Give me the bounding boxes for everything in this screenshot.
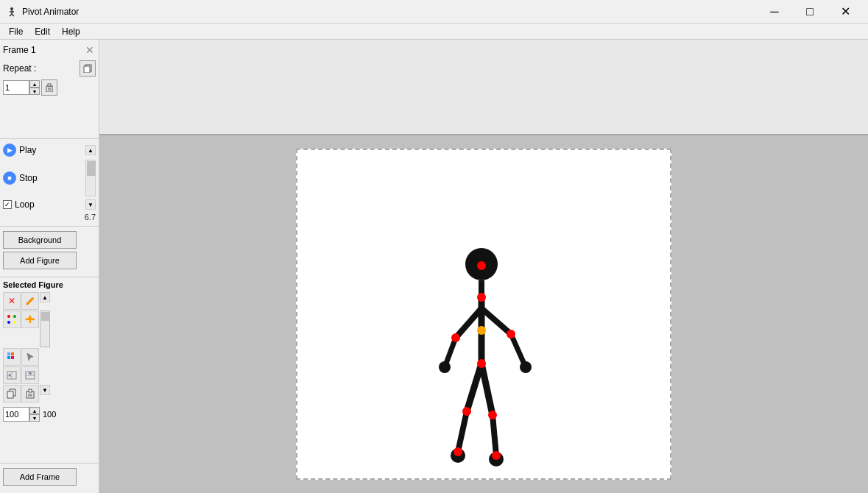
pointer-icon [25, 352, 35, 362]
stickman-left-hand [439, 361, 451, 373]
tools-row-4 [3, 366, 96, 384]
svg-marker-25 [28, 372, 32, 375]
grid-button[interactable] [3, 348, 21, 366]
svg-rect-27 [7, 391, 13, 398]
animation-canvas [296, 149, 671, 480]
size-display: 100 [43, 410, 56, 419]
joint-left-elbow [451, 333, 460, 342]
paste-fig-icon [25, 389, 35, 399]
stickman-right-arm-upper [481, 308, 511, 334]
stickman-left-leg-lower [458, 411, 467, 452]
add-nodes-icon [7, 314, 17, 324]
controls-section: ▶ Play ▲ ■ Stop ✓ Loop [0, 139, 99, 227]
move-icon [25, 314, 35, 324]
loop-checkbox[interactable]: ✓ [3, 200, 12, 209]
stickman-right-leg-upper [481, 363, 493, 415]
grid-icon [7, 352, 17, 362]
menu-help[interactable]: Help [56, 25, 86, 38]
flip-v-button[interactable] [21, 366, 39, 384]
svg-rect-17 [11, 352, 14, 355]
stickman-svg [297, 150, 673, 481]
repeat-spinbox: ▲ ▼ [3, 79, 96, 96]
filmstrip [99, 40, 868, 135]
svg-rect-18 [7, 356, 10, 359]
canvas-area[interactable] [99, 135, 868, 493]
size-spin-up[interactable]: ▲ [29, 407, 40, 414]
joint-shoulder [477, 293, 486, 302]
app-icon [6, 6, 18, 18]
frame-item: Frame 1 ✕ [3, 43, 96, 57]
add-nodes-button[interactable] [3, 311, 21, 328]
svg-point-0 [10, 7, 13, 10]
size-spin-down[interactable]: ▼ [29, 414, 40, 422]
add-frame-section: Add Frame [0, 463, 99, 493]
frames-section: Frame 1 ✕ Repeat : ▲ ▼ [0, 40, 99, 139]
add-figure-button[interactable]: Add Figure [3, 252, 77, 269]
tools-scrollbar: ▲ [40, 292, 50, 310]
tools-vscroll[interactable] [40, 311, 50, 347]
right-panel [99, 40, 868, 493]
fps-row: 6.7 [3, 213, 96, 221]
scroll-up-button[interactable]: ▲ [85, 145, 96, 155]
pointer-button[interactable] [21, 348, 39, 366]
delete-figure-button[interactable]: ✕ [3, 292, 21, 310]
joint-head [477, 261, 486, 270]
size-row: ▲ ▼ 100 [3, 407, 96, 422]
left-panel: Frame 1 ✕ Repeat : ▲ ▼ [0, 40, 99, 493]
frame-close-icon[interactable]: ✕ [84, 44, 96, 56]
selected-figure-label: Selected Figure [3, 280, 96, 289]
flip-h-icon [7, 370, 17, 380]
spin-down-button[interactable]: ▼ [29, 88, 40, 95]
speed-thumb [87, 161, 96, 176]
move-button[interactable] [21, 311, 39, 328]
loop-container: ✓ Loop [3, 199, 35, 210]
copy-figure-button[interactable] [3, 385, 21, 402]
speed-scrollbar[interactable] [85, 160, 96, 196]
play-icon: ▶ [3, 143, 16, 157]
scroll-down-button[interactable]: ▼ [85, 199, 96, 210]
scroll-spacer: ▼ [40, 385, 50, 402]
maximize-button[interactable]: □ [793, 0, 827, 24]
svg-point-11 [7, 315, 10, 318]
flip-v-icon [25, 370, 35, 380]
spin-buttons: ▲ ▼ [29, 80, 40, 95]
repeat-row: Repeat : [3, 60, 96, 77]
svg-line-4 [12, 14, 14, 16]
joint-left-knee [462, 407, 471, 416]
close-button[interactable]: ✕ [828, 0, 862, 24]
joint-right-knee [488, 411, 497, 419]
stickman-right-hand [520, 361, 532, 373]
window-controls: ─ □ ✕ [758, 0, 862, 24]
stop-icon: ■ [3, 171, 16, 185]
svg-rect-29 [29, 389, 32, 392]
frame-label: Frame 1 [3, 45, 36, 55]
paste-figure-button[interactable] [21, 385, 39, 402]
menu-file[interactable]: File [3, 25, 29, 38]
tools-scroll-down[interactable]: ▼ [40, 385, 50, 395]
menu-edit[interactable]: Edit [29, 25, 56, 38]
size-input[interactable] [3, 407, 29, 422]
svg-rect-7 [46, 86, 52, 92]
play-button[interactable]: ▶ Play [3, 143, 36, 157]
edit-figure-button[interactable] [21, 292, 39, 310]
paste-button[interactable] [41, 79, 57, 96]
repeat-input[interactable] [3, 80, 29, 95]
tools-row-5: ▼ [3, 385, 96, 402]
fps-value: 6.7 [85, 213, 96, 221]
loop-row: ✓ Loop ▼ [3, 199, 96, 210]
copy-button[interactable] [80, 60, 96, 77]
add-frame-button[interactable]: Add Frame [3, 468, 77, 486]
size-spin-buttons: ▲ ▼ [29, 407, 40, 422]
bg-add-section: Background Add Figure [0, 227, 99, 277]
stop-button[interactable]: ■ Stop [3, 171, 38, 185]
tools-scroll-up[interactable]: ▲ [40, 292, 50, 302]
paste-icon [45, 83, 54, 92]
spin-up-button[interactable]: ▲ [29, 80, 40, 88]
background-button[interactable]: Background [3, 231, 77, 249]
pencil-icon [25, 296, 35, 306]
tools-row-1: ✕ ▲ [3, 292, 96, 310]
flip-h-button[interactable] [3, 366, 21, 384]
minimize-button[interactable]: ─ [758, 0, 791, 24]
joint-hip-center [477, 326, 486, 335]
title-bar: Pivot Animator ─ □ ✕ [0, 0, 868, 24]
